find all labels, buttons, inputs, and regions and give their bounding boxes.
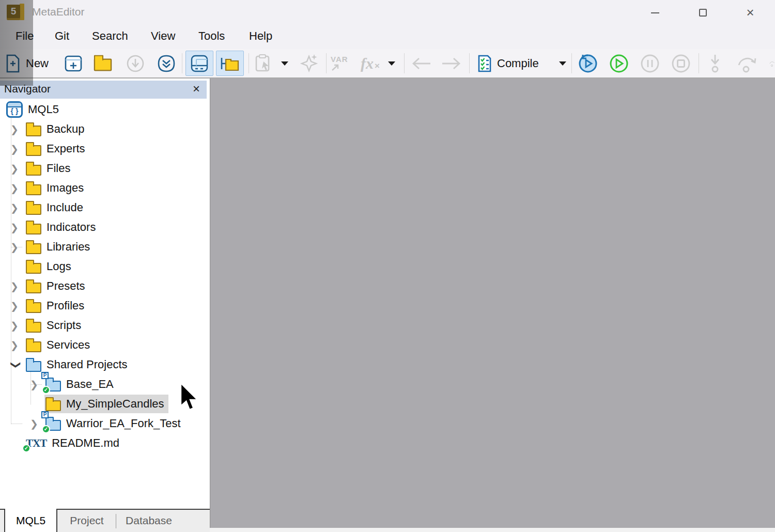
stop-icon [671, 53, 691, 74]
tree-item-services[interactable]: ❯ Services [0, 335, 207, 355]
navigator-close-button[interactable]: × [189, 82, 204, 96]
expander-icon[interactable]: ❯ [7, 280, 25, 292]
run-icon [609, 53, 629, 74]
pause-button[interactable] [640, 49, 660, 77]
expander-icon[interactable]: ❯ [10, 356, 22, 373]
pause-icon [640, 53, 660, 74]
tree-item-indicators[interactable]: ❯ Indicators [0, 217, 207, 237]
download-all-icon [157, 54, 176, 73]
toolbar-separator [571, 53, 572, 73]
compile-button[interactable]: Compile [477, 49, 539, 77]
metaeditor-logo-icon [7, 4, 24, 21]
menu-view[interactable]: View [146, 25, 180, 49]
folder-icon [26, 240, 41, 254]
navigator-header: Navigator × [0, 81, 207, 99]
tree-item-presets[interactable]: ❯ Presets [0, 276, 207, 296]
editor-area[interactable] [210, 79, 775, 528]
navigator-title: Navigator [4, 83, 51, 95]
tree-item-my-simplecandles[interactable]: My_SimpleCandles [0, 394, 207, 414]
layout-toggle-button[interactable] [185, 51, 213, 76]
git-check-badge-icon: ✓ [42, 386, 50, 394]
toolbar-separator [326, 53, 327, 73]
mql5-icon [6, 101, 23, 118]
expander-icon[interactable]: ❯ [7, 123, 25, 135]
folder-icon [26, 142, 41, 156]
compile-dropdown-button[interactable] [554, 49, 571, 77]
new-button[interactable]: New [5, 49, 49, 77]
function-button[interactable]: fx × [361, 49, 395, 77]
fx-dropdown-caret[interactable] [388, 61, 395, 66]
tree-item-shared-projects[interactable]: ❯ Shared Projects [0, 355, 207, 374]
step-out-icon [769, 53, 775, 74]
tab-mql5[interactable]: MQL5 [4, 509, 57, 532]
paste-special-button[interactable] [254, 49, 288, 77]
step-over-button[interactable] [736, 49, 760, 77]
download-all-button[interactable] [157, 49, 176, 77]
fx-x-icon: × [375, 61, 380, 71]
forward-button[interactable] [440, 49, 462, 77]
folder-icon [45, 397, 61, 411]
navigator-toggle-button[interactable] [216, 51, 244, 76]
folder-icon [26, 299, 41, 313]
watch-var-button[interactable]: VAR [331, 49, 348, 77]
tab-database[interactable]: Database [120, 510, 178, 532]
tree-item-mql5[interactable]: MQL5 [0, 100, 207, 119]
expander-icon[interactable]: ❯ [7, 182, 25, 194]
step-out-button[interactable] [769, 49, 775, 77]
tree-item-images[interactable]: ❯ Images [0, 178, 207, 198]
expander-icon[interactable]: ❯ [7, 143, 25, 155]
expander-icon[interactable]: ❯ [7, 320, 25, 332]
expander-icon[interactable]: ❯ [7, 222, 25, 233]
tree-item-profiles[interactable]: ❯ Profiles [0, 296, 207, 316]
toolbar: New [0, 49, 775, 79]
tree-item-backup[interactable]: ❯ Backup [0, 119, 207, 139]
maximize-button[interactable] [687, 0, 718, 25]
folder-icon [26, 338, 41, 352]
project-folder-icon: P✓ [45, 378, 61, 392]
expander-icon[interactable]: ❯ [7, 300, 25, 312]
menu-git[interactable]: Git [50, 25, 74, 49]
download-button[interactable] [126, 49, 145, 77]
ai-assistant-button[interactable] [298, 49, 320, 77]
expander-icon[interactable]: ❯ [7, 241, 25, 253]
menu-help[interactable]: Help [244, 25, 277, 49]
expander-icon[interactable]: ❯ [7, 202, 25, 214]
debug-restart-button[interactable] [578, 49, 598, 77]
tree-item-logs[interactable]: Logs [0, 257, 207, 276]
expander-icon[interactable]: ❯ [7, 339, 25, 351]
tree-item-readme-md[interactable]: TXT✓ README.md [0, 433, 207, 453]
var-label: VAR [331, 55, 348, 64]
open-folder-button[interactable] [95, 49, 111, 77]
tab-project[interactable]: Project [61, 510, 113, 532]
minimize-button[interactable] [640, 0, 671, 25]
tree-item-warrior-ea-fork-test[interactable]: ❯ P✓ Warrior_EA_Fork_Test [0, 414, 207, 433]
paste-dropdown-caret[interactable] [281, 61, 288, 66]
toolbar-separator [249, 53, 249, 73]
toolbar-separator [182, 53, 182, 73]
toolbar-separator [699, 53, 699, 73]
tree-item-include[interactable]: ❯ Include [0, 198, 207, 217]
new-window-button[interactable] [65, 49, 82, 77]
close-button[interactable]: × [735, 0, 766, 25]
text-file-icon: TXT✓ [26, 437, 47, 450]
step-into-icon [706, 53, 724, 74]
menu-file[interactable]: File [10, 25, 39, 49]
tree-item-scripts[interactable]: ❯ Scripts [0, 316, 207, 335]
debug-restart-icon [578, 53, 598, 74]
back-button[interactable] [411, 49, 432, 77]
menu-tools[interactable]: Tools [193, 25, 230, 49]
compile-dropdown-caret [559, 61, 566, 66]
step-into-button[interactable] [706, 49, 724, 77]
menu-search[interactable]: Search [87, 25, 133, 49]
window-title: MetaEditor [32, 6, 85, 18]
folder-icon [26, 279, 41, 293]
tree-item-experts[interactable]: ❯ Experts [0, 139, 207, 159]
tree-item-files[interactable]: ❯ Files [0, 159, 207, 178]
run-button[interactable] [609, 49, 629, 77]
tree-item-libraries[interactable]: ❯ Libraries [0, 237, 207, 257]
stop-button[interactable] [671, 49, 691, 77]
folder-icon [26, 162, 41, 176]
folder-icon [26, 319, 41, 333]
expander-icon[interactable]: ❯ [7, 163, 25, 175]
tree-item-base-ea[interactable]: ❯ P✓ Base_EA [0, 374, 207, 394]
